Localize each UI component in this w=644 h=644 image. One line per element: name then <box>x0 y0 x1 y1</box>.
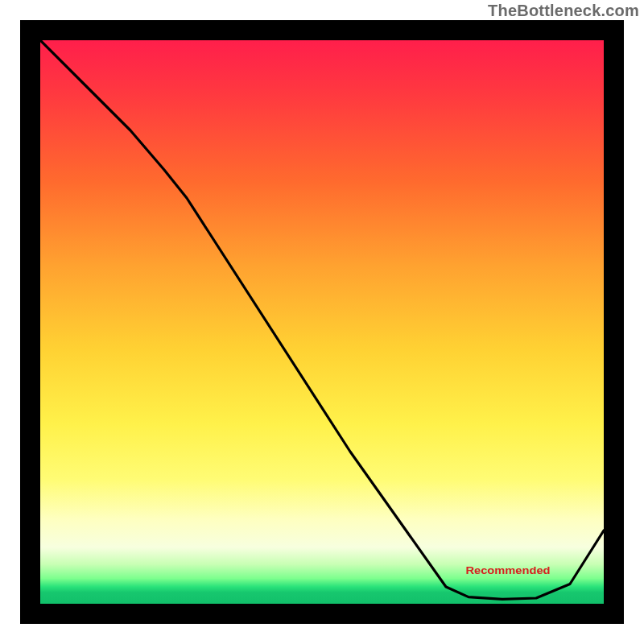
data-curve <box>40 40 604 599</box>
recommended-annotation: Recommended <box>466 565 551 576</box>
plot-svg: Recommended <box>40 40 604 604</box>
watermark-text: TheBottleneck.com <box>488 2 639 20</box>
chart-stage: TheBottleneck.com Recommended <box>0 0 644 644</box>
